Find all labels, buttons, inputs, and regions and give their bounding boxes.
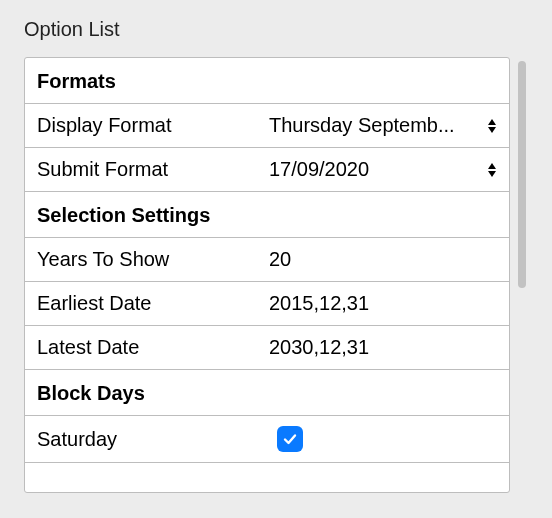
earliest-date-value: 2015,12,31 [269, 292, 369, 315]
stepper-icon[interactable] [487, 162, 497, 178]
row-value: Thursday Septemb... [269, 114, 497, 137]
years-to-show-value: 20 [269, 248, 291, 271]
row-label: Earliest Date [37, 292, 269, 315]
row-latest-date[interactable]: Latest Date 2030,12,31 [25, 326, 509, 370]
row-value: 2015,12,31 [269, 292, 497, 315]
check-icon [282, 431, 298, 447]
row-submit-format[interactable]: Submit Format 17/09/2020 [25, 148, 509, 192]
row-earliest-date[interactable]: Earliest Date 2015,12,31 [25, 282, 509, 326]
submit-format-value: 17/09/2020 [269, 158, 369, 181]
row-years-to-show[interactable]: Years To Show 20 [25, 238, 509, 282]
scrollbar-thumb[interactable] [518, 61, 526, 288]
section-header-block-days: Block Days [25, 370, 509, 416]
row-saturday[interactable]: Saturday [25, 416, 509, 463]
panel-body: Formats Display Format Thursday Septemb.… [24, 57, 528, 493]
section-header-formats: Formats [25, 58, 509, 104]
display-format-value: Thursday Septemb... [269, 114, 455, 137]
row-value: 2030,12,31 [269, 336, 497, 359]
row-value: 20 [269, 248, 497, 271]
row-display-format[interactable]: Display Format Thursday Septemb... [25, 104, 509, 148]
row-value [269, 426, 497, 452]
row-label: Submit Format [37, 158, 269, 181]
row-label: Years To Show [37, 248, 269, 271]
section-header-selection-settings: Selection Settings [25, 192, 509, 238]
option-list: Formats Display Format Thursday Septemb.… [24, 57, 510, 493]
row-label: Display Format [37, 114, 269, 137]
row-label: Saturday [37, 428, 269, 451]
checkbox-saturday[interactable] [277, 426, 303, 452]
panel-title: Option List [24, 18, 528, 41]
stepper-icon[interactable] [487, 118, 497, 134]
row-label: Latest Date [37, 336, 269, 359]
row-value: 17/09/2020 [269, 158, 497, 181]
scrollbar-track[interactable] [516, 61, 528, 489]
latest-date-value: 2030,12,31 [269, 336, 369, 359]
